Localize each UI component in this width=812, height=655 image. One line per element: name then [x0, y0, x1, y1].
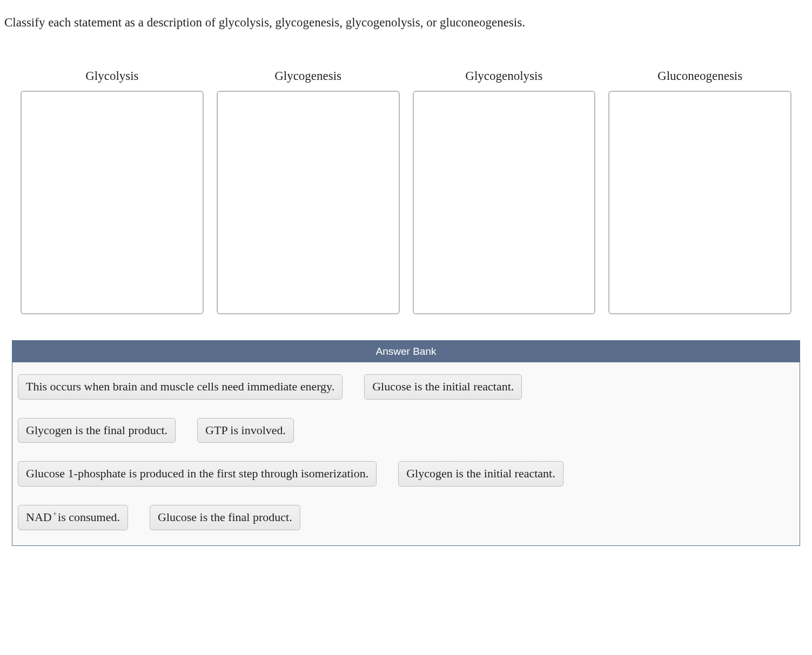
category-label: Glycogenolysis	[465, 69, 542, 83]
drop-zone-glycogenolysis[interactable]	[413, 91, 596, 314]
question-prompt: Classify each statement as a description…	[0, 0, 812, 37]
answer-chip[interactable]: Glycogen is the final product.	[18, 418, 176, 443]
drop-zone-glycolysis[interactable]	[21, 91, 204, 314]
chip-text: Glucose is the initial reactant.	[372, 379, 514, 395]
category-label: Gluconeogenesis	[657, 69, 742, 83]
answer-chip[interactable]: Glucose 1-phosphate is produced in the f…	[18, 461, 377, 487]
chip-text-sup: +	[53, 509, 57, 518]
answer-chip[interactable]: GTP is involved.	[197, 418, 294, 443]
answer-chip[interactable]: Glucose is the final product.	[150, 505, 300, 530]
bank-row: NAD+ is consumed. Glucose is the final p…	[18, 505, 794, 530]
answer-bank-header: Answer Bank	[12, 341, 800, 362]
drop-zone-glycogenesis[interactable]	[217, 91, 400, 314]
categories-row: Glycolysis Glycogenesis Glycogenolysis G…	[0, 37, 812, 327]
category-glycolysis: Glycolysis	[21, 69, 204, 314]
chip-text: Glucose is the final product.	[158, 510, 292, 525]
category-label: Glycogenesis	[274, 69, 341, 83]
answer-chip[interactable]: This occurs when brain and muscle cells …	[18, 374, 343, 400]
category-gluconeogenesis: Gluconeogenesis	[608, 69, 791, 314]
chip-text: This occurs when brain and muscle cells …	[26, 379, 334, 395]
chip-text: Glycogen is the initial reactant.	[406, 466, 555, 482]
answer-chip[interactable]: Glycogen is the initial reactant.	[398, 461, 563, 487]
drop-zone-gluconeogenesis[interactable]	[608, 91, 791, 314]
bank-row: Glycogen is the final product. GTP is in…	[18, 418, 794, 443]
category-glycogenesis: Glycogenesis	[217, 69, 400, 314]
chip-text-post: is consumed.	[58, 510, 120, 525]
answer-chip[interactable]: Glucose is the initial reactant.	[364, 374, 522, 400]
bank-row: This occurs when brain and muscle cells …	[18, 374, 794, 400]
chip-text: Glucose 1-phosphate is produced in the f…	[26, 466, 368, 482]
category-label: Glycolysis	[85, 69, 138, 83]
chip-text-pre: NAD	[26, 510, 52, 525]
answer-bank: Answer Bank This occurs when brain and m…	[12, 340, 800, 545]
bank-row: Glucose 1-phosphate is produced in the f…	[18, 461, 794, 487]
category-glycogenolysis: Glycogenolysis	[413, 69, 596, 314]
answer-bank-body: This occurs when brain and muscle cells …	[12, 362, 800, 545]
chip-text: Glycogen is the final product.	[26, 423, 167, 438]
chip-text: GTP is involved.	[205, 423, 286, 438]
answer-chip[interactable]: NAD+ is consumed.	[18, 505, 128, 530]
